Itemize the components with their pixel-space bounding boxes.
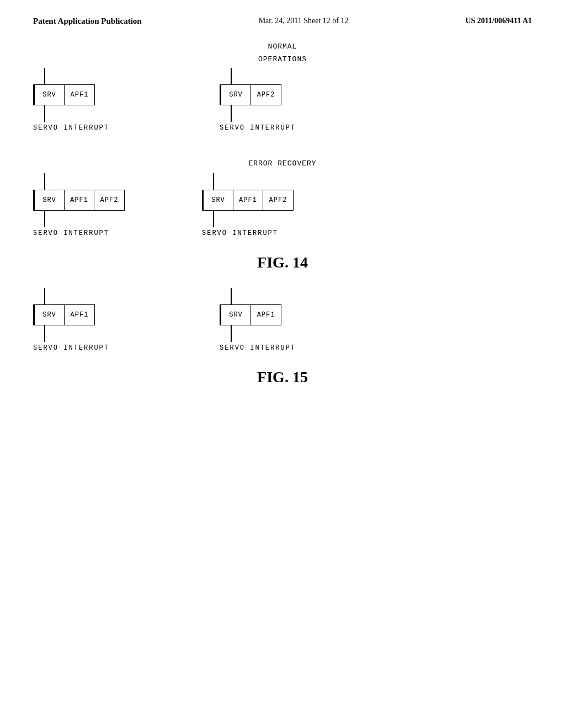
seg-apf2-er: APF2 (263, 190, 293, 210)
vtop-f15l (44, 288, 45, 304)
normal-left-diagram: SRV APF1 SERVO INTERRUPT (33, 68, 109, 132)
header: Patent Application Publication Mar. 24, … (0, 0, 565, 31)
vtop-nl (44, 68, 45, 84)
publication-label: Patent Application Publication (33, 17, 142, 26)
segments-f15r: SRV APF1 (221, 304, 281, 325)
servo-label-nl: SERVO INTERRUPT (33, 124, 109, 132)
seg-srv-nl: SRV (35, 85, 65, 105)
normal-ops-label1: NORMAL (33, 42, 532, 51)
error-left-container: SRV APF1 APF2 (33, 173, 125, 227)
left-bar-er (202, 190, 203, 211)
servo-label-f15l: SERVO INTERRUPT (33, 344, 109, 352)
segments-f15l: SRV APF1 (34, 304, 95, 325)
patent-number-label: US 2011/0069411 A1 (465, 17, 532, 25)
servo-label-nr: SERVO INTERRUPT (220, 124, 296, 132)
vbottom-f15l (44, 325, 45, 342)
error-right-container: SRV APF1 APF2 (202, 173, 294, 227)
seg-apf1-nl: APF1 (65, 85, 94, 105)
seg-srv-f15l: SRV (35, 305, 65, 325)
left-bar-nr (220, 84, 221, 105)
normal-right-diagram: SRV APF2 SERVO INTERRUPT (220, 68, 296, 132)
servo-label-el: SERVO INTERRUPT (33, 229, 109, 237)
segments-nl: SRV APF1 (34, 84, 95, 105)
vbottom-nl (44, 105, 45, 122)
servo-label-f15r: SERVO INTERRUPT (220, 344, 296, 352)
seg-srv-nr: SRV (221, 85, 251, 105)
seg-apf1-f15l: APF1 (65, 305, 94, 325)
seg-apf1-el: APF1 (65, 190, 94, 210)
vbottom-er (213, 211, 214, 227)
vtop-nr (231, 68, 232, 84)
fig15-left-diagram: SRV APF1 SERVO INTERRUPT (33, 288, 109, 352)
error-recovery-row: SRV APF1 APF2 SERVO INTERRUPT (33, 173, 532, 237)
main-content: NORMAL OPERATIONS SRV APF1 (0, 31, 565, 414)
vbottom-f15r (231, 325, 232, 342)
normal-ops-label2: OPERATIONS (33, 55, 532, 63)
vtop-er (213, 173, 214, 190)
left-bar-nl (33, 84, 34, 105)
normal-left-container: SRV APF1 (33, 68, 95, 122)
error-recovery-label: ERROR RECOVERY (33, 159, 532, 168)
servo-label-er: SERVO INTERRUPT (202, 229, 278, 237)
left-bar-f15r (220, 304, 221, 325)
error-right-diagram: SRV APF1 APF2 SERVO INTERRUPT (202, 173, 294, 237)
error-left-diagram: SRV APF1 APF2 SERVO INTERRUPT (33, 173, 125, 237)
fig15-right-diagram: SRV APF1 SERVO INTERRUPT (220, 288, 296, 352)
vtop-el (44, 173, 45, 190)
fig15-title: FIG. 15 (33, 368, 532, 386)
segments-er: SRV APF1 APF2 (203, 190, 294, 211)
date-sheet-label: Mar. 24, 2011 Sheet 12 of 12 (259, 17, 349, 25)
fig15-section: SRV APF1 SERVO INTERRUPT (33, 288, 532, 386)
seg-apf1-er: APF1 (233, 190, 263, 210)
seg-srv-el: SRV (35, 190, 65, 210)
segments-nr: SRV APF2 (221, 84, 281, 105)
vtop-f15r (231, 288, 232, 304)
left-bar-f15l (33, 304, 34, 325)
normal-right-container: SRV APF2 (220, 68, 281, 122)
page: Patent Application Publication Mar. 24, … (0, 0, 565, 728)
left-bar-el (33, 190, 34, 211)
fig15-right-container: SRV APF1 (220, 288, 281, 342)
fig15-diagrams-row: SRV APF1 SERVO INTERRUPT (33, 288, 532, 352)
fig14-section: NORMAL OPERATIONS SRV APF1 (33, 42, 532, 271)
seg-apf2-nr: APF2 (251, 85, 281, 105)
seg-apf2-el: APF2 (94, 190, 124, 210)
vbottom-el (44, 211, 45, 227)
fig14-title: FIG. 14 (33, 254, 532, 271)
normal-ops-row: SRV APF1 SERVO INTERRUPT (33, 68, 532, 132)
vbottom-nr (231, 105, 232, 122)
seg-apf1-f15r: APF1 (251, 305, 281, 325)
seg-srv-f15r: SRV (221, 305, 251, 325)
seg-srv-er: SRV (204, 190, 233, 210)
segments-el: SRV APF1 APF2 (34, 190, 125, 211)
fig15-left-container: SRV APF1 (33, 288, 95, 342)
